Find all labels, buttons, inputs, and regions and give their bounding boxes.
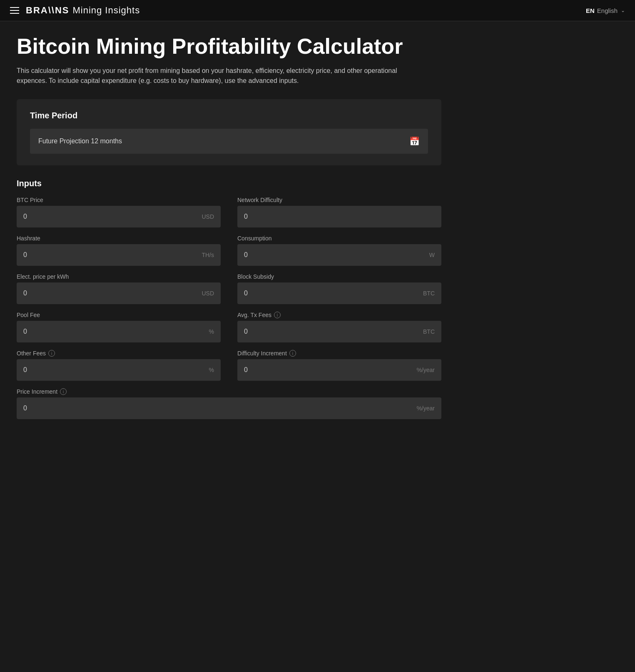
time-period-title: Time Period (30, 111, 428, 120)
input-wrapper-btc-price: USD (17, 206, 221, 227)
unit-hashrate: TH/s (202, 252, 214, 258)
logo-subtitle: Mining Insights (72, 5, 140, 15)
input-wrapper-pool-fee: % (17, 321, 221, 342)
input-pool-fee[interactable] (23, 328, 206, 335)
input-group-difficulty-increment: Difficulty Incrementi%/year (237, 350, 441, 381)
unit-difficulty-increment: %/year (416, 367, 435, 373)
input-group-consumption: ConsumptionW (237, 235, 441, 266)
input-wrapper-elec-price: USD (17, 282, 221, 304)
input-consumption[interactable] (244, 251, 426, 259)
label-difficulty-increment: Difficulty Incrementi (237, 350, 441, 357)
info-icon-avg-tx-fees[interactable]: i (274, 312, 281, 318)
unit-pool-fee: % (209, 328, 214, 335)
input-group-network-difficulty: Network Difficulty (237, 197, 441, 227)
label-other-fees: Other Feesi (17, 350, 221, 357)
input-wrapper-network-difficulty (237, 206, 441, 227)
label-btc-price: BTC Price (17, 197, 221, 203)
language-selector[interactable]: EN English ⌄ (586, 7, 625, 14)
label-network-difficulty: Network Difficulty (237, 197, 441, 203)
input-wrapper-difficulty-increment: %/year (237, 359, 441, 381)
input-avg-tx-fees[interactable] (244, 328, 420, 335)
label-pool-fee: Pool Fee (17, 312, 221, 318)
label-price-increment: Price Incrementi (17, 388, 441, 395)
hamburger-menu[interactable] (10, 7, 19, 14)
input-price-increment[interactable] (23, 405, 413, 412)
input-wrapper-hashrate: TH/s (17, 244, 221, 266)
unit-other-fees: % (209, 367, 214, 373)
unit-elec-price: USD (202, 290, 214, 297)
inputs-grid: BTC PriceUSDNetwork DifficultyHashrateTH… (17, 197, 441, 427)
input-difficulty-increment[interactable] (244, 366, 413, 374)
main-content: Bitcoin Mining Profitability Calculator … (0, 21, 458, 440)
unit-consumption: W (429, 252, 435, 258)
header: BRA\\NSMining Insights EN English ⌄ (0, 0, 635, 21)
input-group-pool-fee: Pool Fee% (17, 312, 221, 342)
page-description: This calculator will show you your net p… (17, 66, 425, 86)
label-consumption: Consumption (237, 235, 441, 242)
input-group-other-fees: Other Feesi% (17, 350, 221, 381)
language-name: English (597, 7, 618, 14)
input-group-avg-tx-fees: Avg. Tx FeesiBTC (237, 312, 441, 342)
logo: BRA\\NSMining Insights (26, 5, 140, 16)
input-wrapper-consumption: W (237, 244, 441, 266)
input-btc-price[interactable] (23, 213, 198, 220)
label-block-subsidy: Block Subsidy (237, 273, 441, 280)
input-wrapper-block-subsidy: BTC (237, 282, 441, 304)
input-other-fees[interactable] (23, 366, 206, 374)
logo-brand: BRA\\NS (26, 5, 69, 15)
input-wrapper-other-fees: % (17, 359, 221, 381)
input-group-hashrate: HashrateTH/s (17, 235, 221, 266)
label-hashrate: Hashrate (17, 235, 221, 242)
page-title: Bitcoin Mining Profitability Calculator (17, 35, 441, 58)
input-group-elec-price: Elect. price per kWhUSD (17, 273, 221, 304)
input-group-price-increment: Price Incrementi%/year (17, 388, 441, 419)
input-group-block-subsidy: Block SubsidyBTC (237, 273, 441, 304)
label-elec-price: Elect. price per kWh (17, 273, 221, 280)
unit-avg-tx-fees: BTC (423, 328, 435, 335)
input-elec-price[interactable] (23, 290, 198, 297)
inputs-title: Inputs (17, 179, 441, 188)
info-icon-price-increment[interactable]: i (60, 388, 67, 395)
time-period-selector[interactable]: Future Projection 12 months 📅 (30, 129, 428, 154)
time-period-section: Time Period Future Projection 12 months … (17, 99, 441, 165)
info-icon-difficulty-increment[interactable]: i (289, 350, 296, 357)
input-hashrate[interactable] (23, 251, 198, 259)
input-group-btc-price: BTC PriceUSD (17, 197, 221, 227)
time-period-value: Future Projection 12 months (38, 137, 122, 145)
input-network-difficulty[interactable] (244, 213, 435, 220)
chevron-down-icon: ⌄ (621, 7, 625, 13)
unit-price-increment: %/year (416, 405, 435, 412)
input-wrapper-price-increment: %/year (17, 397, 441, 419)
input-block-subsidy[interactable] (244, 290, 420, 297)
info-icon-other-fees[interactable]: i (48, 350, 55, 357)
calendar-icon: 📅 (409, 136, 420, 146)
input-wrapper-avg-tx-fees: BTC (237, 321, 441, 342)
unit-btc-price: USD (202, 213, 214, 220)
unit-block-subsidy: BTC (423, 290, 435, 297)
label-avg-tx-fees: Avg. Tx Feesi (237, 312, 441, 318)
header-left: BRA\\NSMining Insights (10, 5, 140, 16)
language-code: EN (586, 7, 595, 14)
inputs-section: Inputs BTC PriceUSDNetwork DifficultyHas… (17, 179, 441, 427)
